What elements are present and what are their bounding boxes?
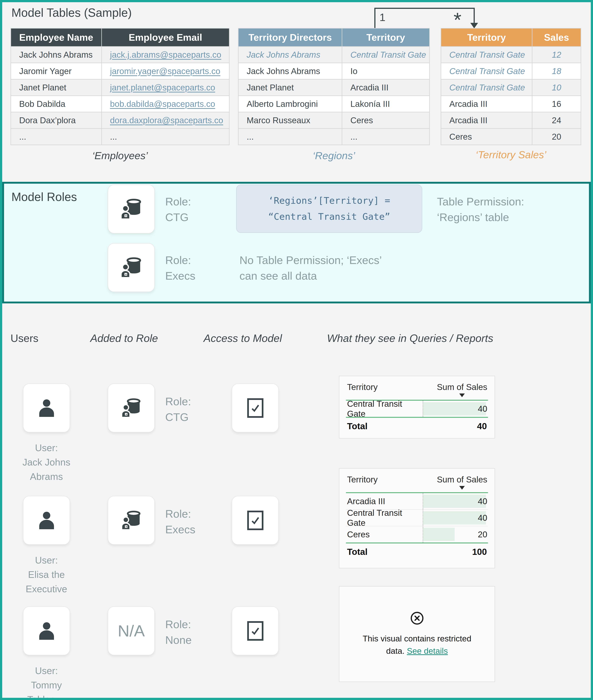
table-cell: Central Transit Gate (441, 80, 532, 95)
table-row: Janet Planetjanet.planet@spaceparts.co (11, 80, 229, 95)
table-cell: ... (342, 129, 429, 145)
table-cell: Bob Dabilda (11, 96, 101, 112)
table-cell: ... (11, 129, 101, 145)
dax-rule-box: ‘Regions’[Territory] = “Central Transit … (236, 185, 422, 233)
error-circle-x-icon (410, 611, 424, 626)
table-row: Marco RusseauxCeres (239, 112, 429, 128)
table-cell: dora.daxplora@spaceparts.co (102, 112, 229, 128)
total-value: 100 (472, 547, 487, 557)
role-ctg-card (108, 185, 155, 233)
report-row-label: Arcadia III (346, 493, 423, 509)
pbi-column-header[interactable]: Sum of Sales (437, 382, 487, 392)
sort-descending-icon[interactable] (459, 486, 465, 490)
relationship-connector-line (374, 8, 375, 28)
user-role-label: Role: None (165, 617, 192, 648)
role-execs-card (108, 243, 155, 292)
model-roles-title: Model Roles (11, 190, 77, 204)
no-role-card: N/A (108, 607, 155, 655)
role-execs-card (108, 496, 155, 545)
person-icon (36, 619, 58, 643)
user-role-label: Role: CTG (165, 394, 191, 425)
checkbox-checked-icon (247, 511, 264, 530)
table-cell: Ceres (441, 129, 532, 145)
role-database-icon (120, 509, 143, 532)
table-row: Central Transit Gate18 (441, 63, 581, 79)
table-cell: 12 (532, 47, 581, 63)
checkbox-checked-icon (247, 398, 264, 418)
column-header: Territory (342, 29, 429, 46)
table-cell: Arcadia III (441, 96, 532, 112)
column-header: Sales (532, 29, 581, 46)
table-cell: Jack Johns Abrams (11, 47, 101, 63)
table-cell: Janet Planet (11, 80, 101, 95)
table-cell: 24 (532, 112, 581, 128)
email-link[interactable]: jack.j.abrams@spaceparts.co (110, 50, 221, 60)
report-row-label: Ceres (346, 526, 423, 543)
table-cell: Central Transit Gate (441, 63, 532, 79)
table-cell: Marco Russeaux (239, 112, 342, 128)
report-visual-execs: TerritorySum of SalesArcadia III40Centra… (339, 468, 495, 568)
access-card (232, 384, 279, 432)
pbi-column-header[interactable]: Territory (347, 382, 378, 392)
role-database-icon (120, 256, 143, 280)
user-card (23, 496, 70, 545)
pbi-column-header[interactable]: Territory (347, 474, 378, 484)
access-card (232, 496, 279, 545)
table-cell: janet.planet@spaceparts.co (102, 80, 229, 95)
access-card (232, 607, 279, 655)
data-bar (423, 495, 486, 508)
total-label: Total (347, 421, 367, 431)
table-row: Jack Johns AbramsIo (239, 63, 429, 79)
total-label: Total (347, 547, 367, 557)
table-cell: ... (239, 129, 342, 145)
data-bar (423, 528, 454, 541)
relationship-connector-line (474, 8, 475, 23)
role-database-icon (120, 397, 143, 420)
report-row: Ceres20 (346, 526, 488, 543)
table-row: Central Transit Gate10 (441, 80, 581, 95)
report-row: Central Transit Gate40 (346, 401, 488, 417)
restricted-message: This visual contains restricted data. Se… (358, 632, 476, 657)
table-cell: ... (102, 129, 229, 145)
table-row: Arcadia III16 (441, 96, 581, 112)
table-row: Jack Johns Abramsjack.j.abrams@spacepart… (11, 47, 229, 63)
email-link[interactable]: janet.planet@spaceparts.co (110, 83, 215, 92)
table-row: Arcadia III24 (441, 112, 581, 128)
user-card (23, 607, 70, 655)
access-to-model-column-header: Access to Model (204, 332, 282, 344)
report-row-value: 40 (478, 513, 487, 523)
report-row: Central Transit Gate40 (346, 510, 488, 526)
users-column-header: Users (10, 332, 38, 344)
see-details-link[interactable]: See details (407, 646, 448, 656)
relationship-one-label: 1 (380, 11, 385, 24)
territory-sales-table: TerritorySalesCentral Transit Gate12Cent… (441, 28, 581, 145)
table-row: Ceres20 (441, 129, 581, 145)
pbi-column-header[interactable]: Sum of Sales (437, 474, 487, 484)
table-row: Janet PlanetArcadia III (239, 80, 429, 95)
table-row: Bob Dabildabob.dabilda@spaceparts.co (11, 96, 229, 112)
data-bar (423, 402, 486, 416)
report-row-value: 40 (478, 496, 487, 506)
email-link[interactable]: bob.dabilda@spaceparts.co (110, 99, 215, 109)
person-icon (36, 508, 58, 533)
sort-descending-icon[interactable] (459, 393, 465, 397)
rls-diagram-canvas: Model Tables (Sample) 1 * Employee NameE… (0, 0, 593, 700)
checkbox-checked-icon (247, 621, 264, 641)
email-link[interactable]: jaromir.yager@spaceparts.co (110, 66, 220, 76)
report-row-value: 40 (478, 404, 487, 414)
report-row-value: 20 (478, 530, 487, 539)
regions-table-wrap: Territory DirectorsTerritoryJack Johns A… (238, 28, 430, 145)
table-cell: bob.dabilda@spaceparts.co (102, 96, 229, 112)
table-cell: Arcadia III (342, 80, 429, 95)
report-row-label: Central Transit Gate (346, 401, 423, 417)
email-link[interactable]: dora.daxplora@spaceparts.co (110, 116, 223, 125)
report-total-row: Total100 (346, 543, 488, 557)
table-cell: Arcadia III (441, 112, 532, 128)
model-tables-title: Model Tables (Sample) (11, 6, 132, 20)
table-cell: Jack Johns Abrams (239, 47, 342, 63)
no-permission-note: No Table Permission; ‘Execs’ can see all… (239, 252, 382, 284)
report-row-label: Central Transit Gate (346, 510, 423, 526)
role-database-icon (120, 197, 143, 221)
table-row: Central Transit Gate12 (441, 47, 581, 63)
table-row: ...... (239, 129, 429, 145)
